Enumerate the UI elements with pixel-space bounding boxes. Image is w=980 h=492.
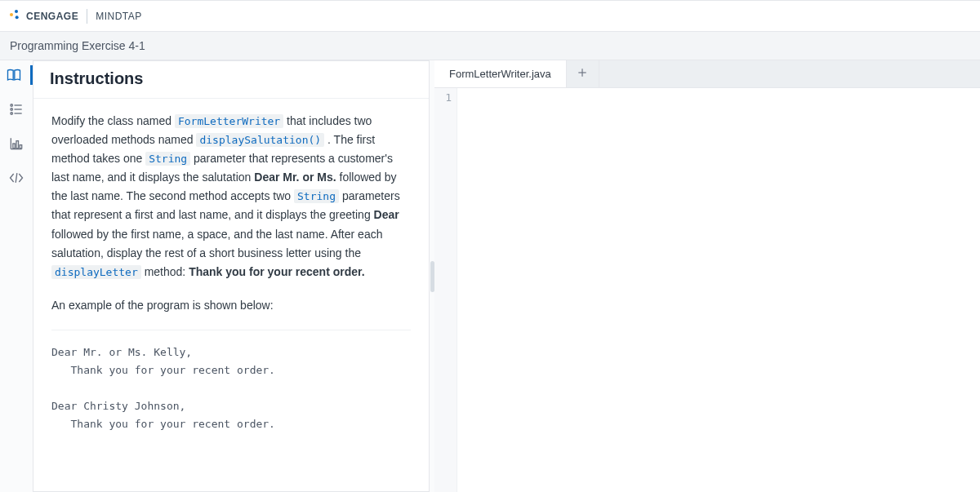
example-intro: An example of the program is shown below… <box>51 296 411 315</box>
svg-rect-12 <box>16 141 19 148</box>
plus-icon <box>577 67 588 81</box>
code-class-name: FormLetterWriter <box>175 114 283 128</box>
exercise-title: Programming Exercise 4-1 <box>10 39 145 52</box>
side-rail <box>0 60 33 492</box>
svg-rect-11 <box>13 144 15 148</box>
instructions-paragraph: Modify the class named FormLetterWriter … <box>51 112 411 281</box>
bold-salutation: Dear Mr. or Ms. <box>254 171 336 184</box>
code-method-salutation: displaySalutation() <box>196 133 324 147</box>
cengage-logo-icon <box>8 8 21 24</box>
editor-tabs: FormLetterWriter.java <box>434 60 980 88</box>
editor-tab-label: FormLetterWriter.java <box>449 68 551 80</box>
svg-point-7 <box>11 113 12 115</box>
code-method-letter: displayLetter <box>51 265 141 279</box>
code-string-type: String <box>145 152 190 166</box>
brand-bar: CENGAGE MINDTAP <box>0 1 980 32</box>
editor-gutter: 1 <box>434 88 457 492</box>
exercise-title-bar: Programming Exercise 4-1 <box>0 32 980 60</box>
example-output: Dear Mr. or Ms. Kelly, Thank you for you… <box>51 330 411 433</box>
text-segment: followed by the first name, a space, and… <box>51 228 382 259</box>
chart-icon[interactable] <box>7 134 26 153</box>
svg-rect-13 <box>20 145 21 148</box>
code-string-type-2: String <box>294 189 339 203</box>
bold-dear: Dear <box>374 208 399 221</box>
code-area[interactable] <box>457 88 980 492</box>
text-segment: Modify the class named <box>51 114 175 127</box>
brand-mindtap-text: MINDTAP <box>96 11 142 22</box>
editor-tab-file[interactable]: FormLetterWriter.java <box>434 60 567 87</box>
editor-body[interactable]: 1 <box>434 88 980 492</box>
bold-thanks: Thank you for your recent order. <box>189 265 365 278</box>
brand-logo: CENGAGE <box>8 8 78 24</box>
text-segment: method: <box>145 265 189 278</box>
editor-panel: FormLetterWriter.java 1 <box>434 60 980 492</box>
svg-point-0 <box>10 13 13 16</box>
book-icon[interactable] <box>0 65 33 85</box>
svg-point-3 <box>11 104 12 107</box>
svg-point-1 <box>15 10 18 13</box>
steps-icon[interactable] <box>7 100 26 119</box>
instructions-body: Modify the class named FormLetterWriter … <box>33 99 429 491</box>
main-area: Instructions Modify the class named Form… <box>0 60 980 492</box>
editor-add-tab[interactable] <box>567 60 599 87</box>
svg-point-2 <box>16 16 19 19</box>
line-number: 1 <box>434 91 452 104</box>
code-icon[interactable] <box>7 168 26 188</box>
svg-point-5 <box>11 109 12 111</box>
panel-resize-handle[interactable] <box>430 261 434 292</box>
instructions-heading: Instructions <box>33 61 429 99</box>
svg-line-14 <box>16 173 17 183</box>
panel-resize-strip <box>430 60 434 492</box>
brand-cengage-text: CENGAGE <box>26 11 78 22</box>
brand-divider <box>87 9 87 24</box>
instructions-panel: Instructions Modify the class named Form… <box>33 60 430 492</box>
